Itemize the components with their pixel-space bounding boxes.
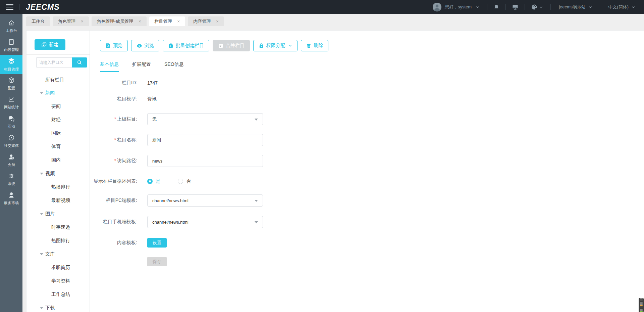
menu-toggle-icon[interactable]: [6, 4, 13, 10]
sidebar-item-service-market[interactable]: 服务市场: [0, 189, 22, 208]
tree-node[interactable]: 财经: [26, 113, 90, 127]
mobile-template-select[interactable]: channel/news.html: [147, 216, 263, 228]
sidebar-item-label: 社交媒体: [4, 143, 18, 148]
tree-node[interactable]: 图片: [26, 207, 90, 221]
browse-button[interactable]: 浏览: [131, 40, 159, 51]
sidebar-item-interaction[interactable]: 互动: [0, 113, 22, 132]
tree-root-all-channels[interactable]: 所有栏目: [26, 73, 90, 86]
sidebar-item-content[interactable]: 内容管理: [0, 36, 22, 55]
close-icon[interactable]: ×: [177, 19, 180, 24]
sidebar-item-config[interactable]: 配置: [0, 74, 22, 93]
radio-option-yes[interactable]: 是: [147, 178, 160, 184]
tab-channel-management[interactable]: 栏目管理 ×: [149, 16, 185, 26]
tab-workbench[interactable]: 工作台: [26, 16, 50, 26]
sidebar-item-channel[interactable]: 栏目管理: [0, 55, 22, 74]
tab-content-management[interactable]: 内容管理 ×: [188, 16, 224, 26]
pc-template-select[interactable]: channel/news.html: [147, 194, 263, 207]
channel-toolbar: 预览 浏览 批量创建栏目 合并栏目 权限分配: [90, 31, 644, 51]
tree-node[interactable]: 视频: [26, 167, 90, 180]
sidebar-item-workbench[interactable]: 工作台: [0, 17, 22, 36]
chevron-down-icon[interactable]: [476, 5, 480, 9]
tree-node[interactable]: 求职简历: [26, 261, 90, 274]
delete-button[interactable]: 删除: [301, 40, 328, 51]
theme-palette-icon[interactable]: [531, 4, 538, 10]
add-copy-icon: [42, 42, 47, 47]
chevron-down-icon[interactable]: [539, 5, 543, 9]
tab-seo-info[interactable]: SEO信息: [164, 61, 184, 72]
language-selector[interactable]: 中文(简体): [608, 4, 629, 10]
access-path-label: *访问路径:: [90, 158, 137, 164]
content-area: 新建 所有栏目 新闻 要闻 财经 国际 体育 国内 视频 热播排行 最新视频 图…: [22, 26, 644, 312]
radio-checked-icon[interactable]: [147, 179, 153, 184]
new-channel-button[interactable]: 新建: [35, 39, 65, 50]
preview-button[interactable]: 预览: [100, 40, 128, 51]
channel-tree: 所有栏目 新闻 要闻 财经 国际 体育 国内 视频 热播排行 最新视频 图片 时…: [26, 73, 90, 312]
close-icon[interactable]: ×: [216, 19, 219, 24]
close-icon[interactable]: ×: [139, 19, 141, 24]
monitor-icon[interactable]: [512, 4, 519, 10]
caret-down-icon[interactable]: [40, 173, 43, 175]
tab-basic-info[interactable]: 基本信息: [100, 61, 119, 72]
caret-down-icon[interactable]: [40, 213, 43, 215]
chevron-down-icon[interactable]: [631, 5, 635, 9]
tab-label: 角色管理: [58, 16, 75, 26]
loop-list-label: 显示在栏目循环列表:: [90, 178, 137, 184]
radio-option-no[interactable]: 否: [178, 178, 191, 184]
tree-node[interactable]: 体育: [26, 140, 90, 153]
channel-form: 栏目ID: 1747 栏目模型: 资讯 *上级栏目: 无 *栏目名称: *访问路…: [90, 80, 644, 266]
button-label: 合并栏目: [226, 43, 245, 49]
channel-search-input[interactable]: [36, 57, 72, 68]
search-button[interactable]: [72, 57, 87, 68]
sidebar-item-members[interactable]: 会员: [0, 151, 22, 170]
chevron-down-icon[interactable]: [588, 5, 592, 9]
chat-bubbles-icon: [8, 115, 15, 122]
tab-label: 栏目管理: [155, 16, 172, 26]
batch-create-button[interactable]: 批量创建栏目: [163, 40, 209, 51]
access-path-input[interactable]: [147, 155, 263, 167]
sidebar-item-statistics[interactable]: 网站统计: [0, 93, 22, 113]
radio-unchecked-icon[interactable]: [178, 179, 183, 184]
tree-node[interactable]: 学习资料: [26, 274, 90, 288]
mobile-template-label: 栏目手机端模板:: [90, 219, 137, 225]
tree-node[interactable]: 下载: [26, 301, 90, 312]
avatar[interactable]: [433, 3, 441, 11]
tree-node[interactable]: 国内: [26, 153, 90, 167]
parent-channel-select[interactable]: 无: [147, 113, 263, 125]
search-icon: [77, 60, 82, 65]
tree-node[interactable]: 文库: [26, 248, 90, 261]
chevron-down-icon: [255, 200, 258, 202]
tab-role-management[interactable]: 角色管理 ×: [53, 16, 89, 26]
notification-bell-icon[interactable]: [493, 4, 499, 10]
tree-node[interactable]: 热图排行: [26, 234, 90, 248]
site-selector[interactable]: jeecms演示站: [559, 4, 586, 10]
tree-node[interactable]: 最新视频: [26, 194, 90, 207]
divider: [505, 4, 506, 10]
parent-channel-value: 无: [152, 116, 157, 122]
sidebar-item-label: 互动: [7, 124, 15, 129]
tab-extended-config[interactable]: 扩展配置: [132, 61, 151, 72]
tree-node[interactable]: 国际: [26, 127, 90, 140]
tree-node[interactable]: 工作总结: [26, 288, 90, 301]
button-label: 批量创建栏目: [176, 43, 204, 49]
caret-down-icon[interactable]: [40, 253, 43, 255]
minimap-scrollbar[interactable]: [639, 298, 644, 312]
caret-down-icon[interactable]: [40, 92, 43, 94]
sidebar-item-label: 栏目管理: [4, 66, 18, 72]
caret-down-icon[interactable]: [40, 307, 43, 309]
close-icon[interactable]: ×: [81, 19, 84, 24]
sidebar-item-label: 服务市场: [4, 200, 18, 206]
content-template-set-button[interactable]: 设置: [147, 238, 167, 248]
tree-node[interactable]: 热播排行: [26, 180, 90, 194]
channel-name-input[interactable]: [147, 134, 263, 146]
tree-node[interactable]: 新闻: [26, 86, 90, 100]
sidebar-item-system[interactable]: 系统: [0, 170, 22, 189]
new-channel-label: 新建: [49, 42, 58, 48]
user-greeting[interactable]: 您好，system: [445, 4, 472, 10]
sidebar-item-label: 网站统计: [4, 104, 18, 110]
tab-role-member-management[interactable]: 角色管理-成员管理 ×: [92, 16, 147, 26]
save-button: 保存: [147, 257, 167, 266]
permission-assign-button[interactable]: 权限分配: [253, 40, 298, 51]
tree-node[interactable]: 要闻: [26, 100, 90, 113]
sidebar-item-social-media[interactable]: 社交媒体: [0, 132, 22, 151]
tree-node[interactable]: 时事速递: [26, 221, 90, 234]
